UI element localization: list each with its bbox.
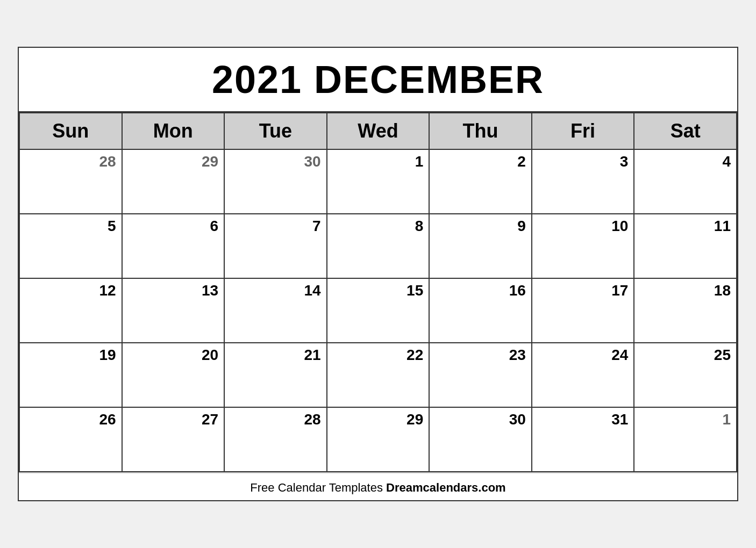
day-header-sun: Sun (19, 113, 122, 149)
calendar-day-cell: 17 (532, 278, 634, 343)
calendar-day-cell: 28 (19, 149, 122, 214)
calendar-title: 2021 DECEMBER (19, 48, 737, 112)
calendar-day-cell: 19 (19, 343, 122, 407)
calendar-day-cell: 2 (429, 149, 532, 214)
calendar-day-cell: 15 (327, 278, 430, 343)
calendar-day-cell: 30 (429, 407, 532, 472)
calendar-day-cell: 9 (429, 214, 532, 278)
calendar-day-cell: 13 (122, 278, 225, 343)
calendar-day-cell: 27 (122, 407, 225, 472)
calendar-day-cell: 16 (429, 278, 532, 343)
calendar-day-cell: 31 (532, 407, 634, 472)
day-header-wed: Wed (327, 113, 430, 149)
calendar-day-cell: 30 (224, 149, 327, 214)
calendar-day-cell: 3 (532, 149, 634, 214)
footer-text-bold: Dreamcalendars.com (386, 481, 506, 494)
calendar-day-cell: 29 (327, 407, 430, 472)
day-header-tue: Tue (224, 113, 327, 149)
day-header-thu: Thu (429, 113, 532, 149)
calendar-day-cell: 18 (634, 278, 737, 343)
calendar-day-cell: 4 (634, 149, 737, 214)
calendar-container: 2021 DECEMBER SunMonTueWedThuFriSat 2829… (18, 47, 738, 501)
calendar-day-cell: 6 (122, 214, 225, 278)
calendar-week-row: 2829301234 (19, 149, 737, 214)
calendar-day-cell: 21 (224, 343, 327, 407)
calendar-day-cell: 11 (634, 214, 737, 278)
calendar-week-row: 19202122232425 (19, 343, 737, 407)
day-header-sat: Sat (634, 113, 737, 149)
calendar-day-cell: 5 (19, 214, 122, 278)
calendar-day-cell: 1 (327, 149, 430, 214)
calendar-day-cell: 12 (19, 278, 122, 343)
calendar-week-row: 2627282930311 (19, 407, 737, 472)
calendar-day-cell: 14 (224, 278, 327, 343)
calendar-day-cell: 25 (634, 343, 737, 407)
calendar-week-row: 567891011 (19, 214, 737, 278)
calendar-day-cell: 20 (122, 343, 225, 407)
calendar-day-cell: 7 (224, 214, 327, 278)
calendar-table: SunMonTueWedThuFriSat 282930123456789101… (19, 112, 737, 472)
calendar-day-cell: 10 (532, 214, 634, 278)
calendar-day-cell: 8 (327, 214, 430, 278)
calendar-day-cell: 23 (429, 343, 532, 407)
calendar-day-cell: 22 (327, 343, 430, 407)
calendar-day-cell: 29 (122, 149, 225, 214)
calendar-day-cell: 28 (224, 407, 327, 472)
day-header-mon: Mon (122, 113, 225, 149)
day-header-fri: Fri (532, 113, 634, 149)
calendar-day-cell: 1 (634, 407, 737, 472)
calendar-day-cell: 24 (532, 343, 634, 407)
footer: Free Calendar Templates Dreamcalendars.c… (19, 472, 737, 500)
days-header-row: SunMonTueWedThuFriSat (19, 113, 737, 149)
calendar-day-cell: 26 (19, 407, 122, 472)
calendar-week-row: 12131415161718 (19, 278, 737, 343)
footer-text-regular: Free Calendar Templates (250, 481, 386, 494)
